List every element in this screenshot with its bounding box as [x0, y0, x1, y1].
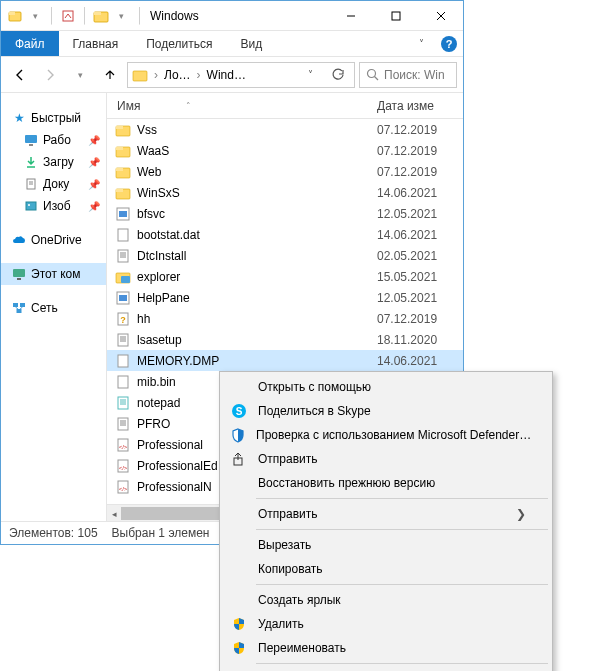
titlebar: ▾ ▾ Windows — [1, 1, 463, 31]
file-row[interactable]: bootstat.dat14.06.2021 — [107, 224, 463, 245]
file-row[interactable]: WaaS07.12.2019 — [107, 140, 463, 161]
file-row[interactable]: Vss07.12.2019 — [107, 119, 463, 140]
svg-text:</>: </> — [119, 486, 128, 492]
svg-rect-18 — [26, 202, 36, 210]
file-row[interactable]: MEMORY.DMP14.06.2021 — [107, 350, 463, 371]
chevron-down-icon[interactable]: ▾ — [113, 8, 129, 24]
sidebar-item-onedrive[interactable]: OneDrive — [1, 229, 106, 251]
tab-share[interactable]: Поделиться — [132, 31, 226, 56]
sidebar-item-pictures[interactable]: Изоб 📌 — [1, 195, 106, 217]
breadcrumb[interactable]: Ло… — [164, 68, 191, 82]
file-name: ProfessionalN — [137, 480, 212, 494]
sidebar-item-desktop[interactable]: Рабо 📌 — [1, 129, 106, 151]
file-date: 15.05.2021 — [377, 270, 463, 284]
navigation-pane: ★ Быстрый Рабо 📌 Загру 📌 Доку 📌 Изоб — [1, 93, 107, 521]
network-icon — [11, 300, 27, 316]
file-row[interactable]: Web07.12.2019 — [107, 161, 463, 182]
svg-rect-23 — [20, 303, 25, 307]
tab-view[interactable]: Вид — [226, 31, 276, 56]
column-name[interactable]: Имя ˄ — [107, 99, 377, 113]
pin-icon: 📌 — [88, 201, 102, 212]
svg-rect-21 — [17, 278, 21, 280]
sidebar-item-documents[interactable]: Доку 📌 — [1, 173, 106, 195]
close-button[interactable] — [418, 1, 463, 30]
file-name: MEMORY.DMP — [137, 354, 219, 368]
menu-rename[interactable]: Переименовать — [222, 636, 550, 660]
menu-properties[interactable]: Свойства — [222, 667, 550, 671]
address-bar[interactable]: › Ло… › Wind… ˅ — [127, 62, 355, 88]
back-button[interactable] — [7, 62, 33, 88]
file-type-icon — [115, 353, 131, 369]
file-name: Vss — [137, 123, 157, 137]
desktop-icon — [23, 132, 39, 148]
menu-separator — [256, 529, 548, 530]
uac-shield-icon — [230, 641, 248, 655]
menu-skype[interactable]: S Поделиться в Skype — [222, 399, 550, 423]
scroll-left-icon[interactable]: ◂ — [107, 505, 121, 521]
file-row[interactable]: WinSxS14.06.2021 — [107, 182, 463, 203]
menu-share[interactable]: Отправить — [222, 447, 550, 471]
help-button[interactable]: ? — [435, 31, 463, 56]
address-dropdown-icon[interactable]: ˅ — [298, 69, 322, 80]
svg-rect-41 — [121, 276, 130, 283]
svg-rect-46 — [118, 334, 128, 346]
chevron-right-icon[interactable]: › — [195, 68, 203, 82]
file-type-icon — [115, 206, 131, 222]
tab-file[interactable]: Файл — [1, 31, 59, 56]
menu-restore[interactable]: Восстановить прежнюю версию — [222, 471, 550, 495]
menu-shortcut[interactable]: Создать ярлык — [222, 588, 550, 612]
sidebar-item-this-pc[interactable]: Этот ком — [1, 263, 106, 285]
maximize-button[interactable] — [373, 1, 418, 30]
chevron-down-icon[interactable]: ▾ — [27, 8, 43, 24]
recent-dropdown[interactable]: ▾ — [67, 62, 93, 88]
share-icon — [230, 451, 248, 467]
search-icon — [364, 67, 380, 83]
menu-separator — [256, 498, 548, 499]
uac-shield-icon — [230, 617, 248, 631]
tab-home[interactable]: Главная — [59, 31, 133, 56]
file-type-icon — [115, 290, 131, 306]
status-count: Элементов: 105 — [9, 526, 98, 540]
quick-access[interactable]: ★ Быстрый — [1, 107, 106, 129]
file-row[interactable]: HelpPane12.05.2021 — [107, 287, 463, 308]
properties-icon[interactable] — [60, 8, 76, 24]
file-row[interactable]: DtcInstall02.05.2021 — [107, 245, 463, 266]
file-type-icon — [115, 164, 131, 180]
ribbon-expand-icon[interactable]: ˅ — [407, 31, 435, 56]
column-headers: Имя ˄ Дата изме — [107, 93, 463, 119]
refresh-icon[interactable] — [326, 68, 350, 82]
menu-defender[interactable]: Проверка с использованием Microsoft Defe… — [222, 423, 550, 447]
svg-text:</>: </> — [119, 465, 128, 471]
pin-icon: 📌 — [88, 135, 102, 146]
breadcrumb[interactable]: Wind… — [207, 68, 246, 82]
file-date: 12.05.2021 — [377, 291, 463, 305]
file-row[interactable]: explorer15.05.2021 — [107, 266, 463, 287]
separator — [139, 7, 140, 25]
file-row[interactable]: lsasetup18.11.2020 — [107, 329, 463, 350]
menu-sendto[interactable]: Отправить ❯ — [222, 502, 550, 526]
sidebar-item-network[interactable]: Сеть — [1, 297, 106, 319]
menu-copy[interactable]: Копировать — [222, 557, 550, 581]
pin-icon: 📌 — [88, 179, 102, 190]
menu-delete[interactable]: Удалить — [222, 612, 550, 636]
svg-text:?: ? — [120, 315, 126, 325]
menu-cut[interactable]: Вырезать — [222, 533, 550, 557]
minimize-button[interactable] — [328, 1, 373, 30]
file-row[interactable]: bfsvc12.05.2021 — [107, 203, 463, 224]
forward-button[interactable] — [37, 62, 63, 88]
nav-label: Сеть — [31, 301, 58, 315]
file-type-icon — [115, 374, 131, 390]
file-type-icon: </> — [115, 458, 131, 474]
file-type-icon — [115, 395, 131, 411]
sidebar-item-downloads[interactable]: Загру 📌 — [1, 151, 106, 173]
svg-text:S: S — [236, 406, 243, 417]
up-button[interactable] — [97, 62, 123, 88]
file-type-icon — [115, 248, 131, 264]
search-input[interactable]: Поиск: Win — [359, 62, 457, 88]
file-name: hh — [137, 312, 150, 326]
file-date: 07.12.2019 — [377, 312, 463, 326]
column-date[interactable]: Дата изме — [377, 99, 463, 113]
chevron-right-icon[interactable]: › — [152, 68, 160, 82]
file-row[interactable]: ?hh07.12.2019 — [107, 308, 463, 329]
menu-open-with[interactable]: Открыть с помощью — [222, 375, 550, 399]
